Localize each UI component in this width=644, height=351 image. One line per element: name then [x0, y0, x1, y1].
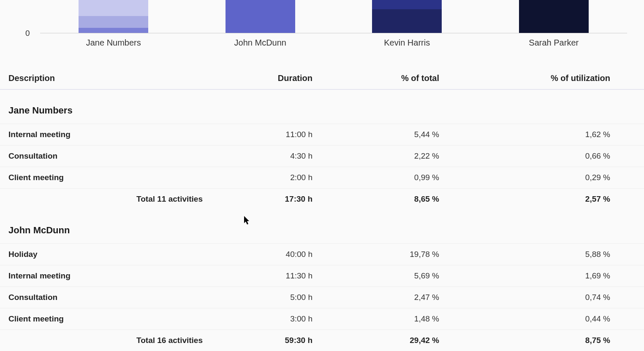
chart-labels-row: Jane Numbers John McDunn Kevin Harris Sa… [40, 38, 627, 48]
chart-bar-segment [79, 28, 148, 33]
cell-pct-total: 2,22 % [321, 151, 448, 161]
table-body: Jane NumbersInternal meeting11:00 h5,44 … [0, 90, 644, 351]
table-row[interactable]: Internal meeting11:30 h5,69 %1,69 % [0, 265, 644, 287]
table-group-name: John McDunn [0, 210, 644, 244]
chart-bar-segment [519, 0, 589, 33]
y-axis-tick-zero: 0 [25, 29, 30, 38]
cell-duration: 40:00 h [211, 250, 321, 259]
total-pct-total: 29,42 % [321, 336, 448, 345]
cell-pct-total: 5,69 % [321, 271, 448, 281]
cell-duration: 11:30 h [211, 271, 321, 281]
cell-pct-utilization: 0,66 % [448, 151, 636, 161]
total-pct-total: 8,65 % [321, 194, 448, 204]
table-row[interactable]: Consultation4:30 h2,22 %0,66 % [0, 146, 644, 167]
cell-pct-total: 0,99 % [321, 173, 448, 182]
chart-category-label: Sarah Parker [481, 38, 628, 48]
cell-duration: 11:00 h [211, 130, 321, 139]
chart-category-label: Jane Numbers [40, 38, 187, 48]
table-group-name: Jane Numbers [0, 90, 644, 124]
cell-duration: 2:00 h [211, 173, 321, 182]
table-total-row: Total 16 activities59:30 h29,42 %8,75 % [0, 330, 644, 351]
table-row[interactable]: Internal meeting11:00 h5,44 %1,62 % [0, 124, 644, 146]
cell-description: Internal meeting [8, 130, 211, 139]
cell-pct-total: 2,47 % [321, 293, 448, 302]
chart-category-label: Kevin Harris [334, 38, 481, 48]
cell-pct-total: 19,78 % [321, 250, 448, 259]
cell-pct-utilization: 1,69 % [448, 271, 636, 281]
cell-description: Client meeting [8, 173, 211, 182]
cell-pct-utilization: 0,44 % [448, 314, 636, 324]
column-header-pct-total[interactable]: % of total [321, 73, 448, 83]
cell-description: Client meeting [8, 314, 211, 324]
cell-description: Holiday [8, 250, 211, 259]
cell-duration: 3:00 h [211, 314, 321, 324]
activity-table: Description Duration % of total % of uti… [0, 68, 644, 351]
chart-bar-segment [372, 9, 442, 33]
x-axis-line [40, 33, 627, 33]
column-header-duration[interactable]: Duration [211, 73, 321, 83]
table-row[interactable]: Client meeting2:00 h0,99 %0,29 % [0, 167, 644, 189]
cell-pct-utilization: 0,29 % [448, 173, 636, 182]
chart-bar-segment [79, 0, 148, 16]
chart-bar-segment [372, 0, 442, 9]
table-row[interactable]: Client meeting3:00 h1,48 %0,44 % [0, 308, 644, 330]
chart-bar [226, 0, 295, 33]
chart-bars-row [40, 0, 627, 33]
table-header-row: Description Duration % of total % of uti… [0, 68, 644, 90]
cell-description: Internal meeting [8, 271, 211, 281]
chart-bar-segment [79, 16, 148, 28]
total-label: Total 11 activities [8, 194, 211, 204]
total-duration: 59:30 h [211, 336, 321, 345]
column-header-description[interactable]: Description [8, 73, 211, 83]
total-label: Total 16 activities [8, 336, 211, 345]
cell-pct-utilization: 1,62 % [448, 130, 636, 139]
chart-bar-segment [226, 0, 295, 33]
table-row[interactable]: Holiday40:00 h19,78 %5,88 % [0, 244, 644, 265]
cell-pct-total: 1,48 % [321, 314, 448, 324]
table-row[interactable]: Consultation5:00 h2,47 %0,74 % [0, 287, 644, 308]
chart-bar [519, 0, 589, 33]
chart-area: 0 Jane Numbers John McDunn Kevin Harris … [0, 0, 644, 55]
total-duration: 17:30 h [211, 194, 321, 204]
cell-description: Consultation [8, 151, 211, 161]
cell-pct-utilization: 0,74 % [448, 293, 636, 302]
chart-bar [372, 0, 442, 33]
chart-bar [79, 0, 148, 33]
cell-duration: 4:30 h [211, 151, 321, 161]
cell-pct-utilization: 5,88 % [448, 250, 636, 259]
chart-category-label: John McDunn [187, 38, 334, 48]
column-header-pct-utilization[interactable]: % of utilization [448, 73, 636, 83]
table-total-row: Total 11 activities17:30 h8,65 %2,57 % [0, 189, 644, 210]
cell-pct-total: 5,44 % [321, 130, 448, 139]
cell-duration: 5:00 h [211, 293, 321, 302]
cell-description: Consultation [8, 293, 211, 302]
total-pct-utilization: 2,57 % [448, 194, 636, 204]
total-pct-utilization: 8,75 % [448, 336, 636, 345]
